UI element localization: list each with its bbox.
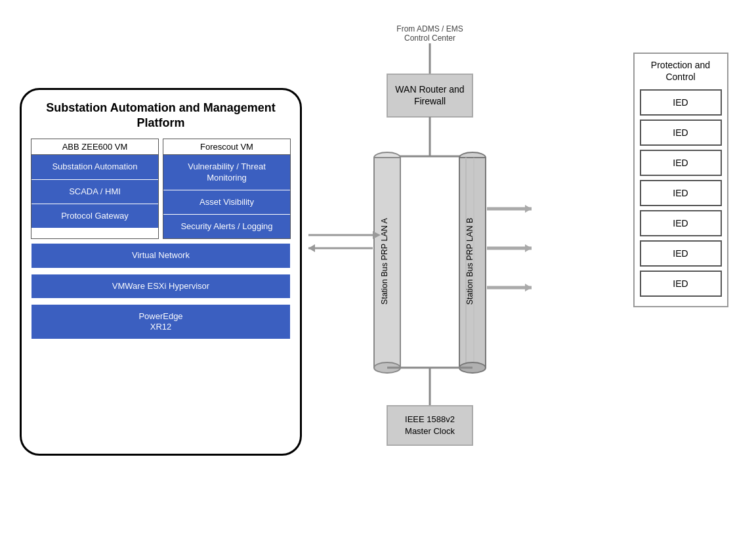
ied-box-5: IED (640, 210, 722, 236)
right-section: Protection andControl IED IED IED IED IE… (625, 13, 736, 530)
protection-control-box: Protection andControl IED IED IED IED IE… (633, 53, 728, 307)
svg-text:Firewall: Firewall (414, 96, 446, 106)
svg-text:Station Bus PRP LAN A: Station Bus PRP LAN A (380, 217, 389, 304)
center-diagram: From ADMS / EMS Control Center WAN Route… (308, 12, 618, 531)
vm-row: ABB ZEE600 VM Substation Automation SCAD… (31, 139, 291, 239)
platform-title: Substation Automation and Management Pla… (31, 100, 291, 131)
security-alerts-cell: Security Alerts / Logging (163, 215, 290, 238)
abb-vm-header: ABB ZEE600 VM (32, 139, 158, 155)
ied-box-4: IED (640, 180, 722, 206)
svg-marker-23 (308, 244, 315, 252)
ied-box-2: IED (640, 119, 722, 146)
svg-text:Station Bus PRP LAN B: Station Bus PRP LAN B (465, 218, 474, 305)
vmware-hypervisor-cell: VMWare ESXi Hypervisor (31, 274, 291, 299)
svg-text:Control Center: Control Center (404, 33, 455, 43)
from-adms-label: From ADMS / EMS (396, 24, 463, 33)
poweredge-cell: PowerEdgeXR12 (31, 304, 291, 340)
clock-box (387, 406, 472, 445)
forescout-column: Forescout VM Vulnerability / Threat Moni… (163, 139, 291, 239)
ied-box-6: IED (640, 240, 722, 267)
svg-text:Master Clock: Master Clock (405, 426, 455, 436)
vulnerability-monitoring-cell: Vulnerability / Threat Monitoring (163, 155, 290, 190)
platform-box: Substation Automation and Management Pla… (20, 88, 302, 456)
bottom-stack: Virtual Network VMWare ESXi Hypervisor P… (31, 243, 291, 342)
protection-title: Protection andControl (640, 59, 722, 83)
forescout-vm-header: Forescout VM (163, 139, 290, 155)
ied-box-1: IED (640, 89, 722, 116)
svg-text:IEEE 1588v2: IEEE 1588v2 (405, 414, 455, 424)
center-svg: From ADMS / EMS Control Center WAN Route… (308, 12, 532, 529)
substation-automation-cell: Substation Automation (32, 155, 158, 179)
virtual-network-cell: Virtual Network (31, 243, 291, 268)
svg-marker-27 (525, 244, 532, 252)
protocol-gateway-cell: Protocol Gateway (32, 204, 158, 228)
asset-visibility-cell: Asset Visibility (163, 190, 290, 215)
svg-text:WAN Router and: WAN Router and (395, 84, 464, 95)
svg-marker-25 (525, 205, 532, 213)
svg-marker-29 (525, 284, 532, 292)
scada-hmi-cell: SCADA / HMI (32, 180, 158, 204)
diagram-container: Substation Automation and Management Pla… (0, 0, 756, 543)
ied-box-3: IED (640, 150, 722, 176)
abb-column: ABB ZEE600 VM Substation Automation SCAD… (31, 139, 159, 239)
ied-box-7: IED (640, 271, 722, 297)
